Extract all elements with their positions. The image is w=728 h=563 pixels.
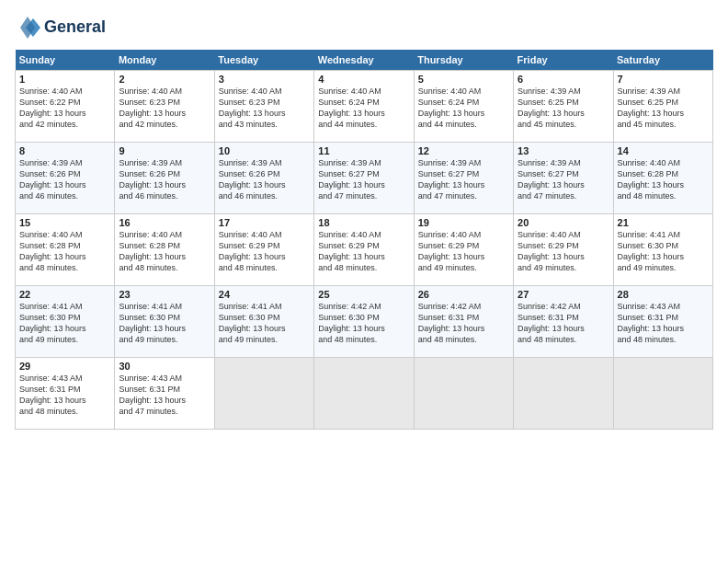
day-number: 9 <box>119 145 210 156</box>
logo-text: General <box>44 18 106 37</box>
calendar-cell: 16Sunrise: 4:40 AMSunset: 6:28 PMDayligh… <box>115 214 214 286</box>
day-info: Sunrise: 4:40 AMSunset: 6:23 PMDaylight:… <box>119 86 210 131</box>
day-info: Sunrise: 4:40 AMSunset: 6:24 PMDaylight:… <box>318 86 409 131</box>
day-number: 28 <box>618 289 709 300</box>
weekday-header-monday: Monday <box>115 50 214 71</box>
day-info: Sunrise: 4:41 AMSunset: 6:30 PMDaylight:… <box>19 301 110 346</box>
calendar-cell: 4Sunrise: 4:40 AMSunset: 6:24 PMDaylight… <box>314 71 414 143</box>
day-number: 6 <box>518 74 609 85</box>
weekday-header-thursday: Thursday <box>414 50 513 71</box>
calendar-cell: 25Sunrise: 4:42 AMSunset: 6:30 PMDayligh… <box>314 286 414 358</box>
day-info: Sunrise: 4:41 AMSunset: 6:30 PMDaylight:… <box>219 301 310 346</box>
day-number: 4 <box>318 74 409 85</box>
day-info: Sunrise: 4:43 AMSunset: 6:31 PMDaylight:… <box>119 373 210 418</box>
calendar-week-1: 1Sunrise: 4:40 AMSunset: 6:22 PMDaylight… <box>16 71 713 143</box>
calendar-table: SundayMondayTuesdayWednesdayThursdayFrid… <box>15 50 713 430</box>
calendar-cell: 3Sunrise: 4:40 AMSunset: 6:23 PMDaylight… <box>214 71 313 143</box>
calendar-cell: 7Sunrise: 4:39 AMSunset: 6:25 PMDaylight… <box>613 71 712 143</box>
day-number: 5 <box>418 74 509 85</box>
day-info: Sunrise: 4:40 AMSunset: 6:28 PMDaylight:… <box>119 229 210 274</box>
calendar-cell <box>514 358 613 430</box>
day-info: Sunrise: 4:42 AMSunset: 6:31 PMDaylight:… <box>518 301 609 346</box>
calendar-cell: 13Sunrise: 4:39 AMSunset: 6:27 PMDayligh… <box>514 143 613 214</box>
day-number: 2 <box>119 74 210 85</box>
weekday-header-sunday: Sunday <box>16 50 115 71</box>
calendar-cell: 30Sunrise: 4:43 AMSunset: 6:31 PMDayligh… <box>115 358 214 430</box>
day-info: Sunrise: 4:39 AMSunset: 6:25 PMDaylight:… <box>618 86 709 131</box>
day-number: 26 <box>418 289 509 300</box>
day-number: 16 <box>119 217 210 228</box>
calendar-cell: 27Sunrise: 4:42 AMSunset: 6:31 PMDayligh… <box>514 286 613 358</box>
calendar-cell: 20Sunrise: 4:40 AMSunset: 6:29 PMDayligh… <box>514 214 613 286</box>
calendar-cell: 26Sunrise: 4:42 AMSunset: 6:31 PMDayligh… <box>414 286 513 358</box>
day-number: 25 <box>318 289 409 300</box>
day-info: Sunrise: 4:39 AMSunset: 6:26 PMDaylight:… <box>119 157 210 202</box>
day-number: 22 <box>19 289 110 300</box>
calendar-cell <box>314 358 414 430</box>
day-info: Sunrise: 4:40 AMSunset: 6:28 PMDaylight:… <box>618 157 709 202</box>
day-info: Sunrise: 4:40 AMSunset: 6:28 PMDaylight:… <box>19 229 110 274</box>
day-info: Sunrise: 4:39 AMSunset: 6:27 PMDaylight:… <box>318 157 409 202</box>
day-number: 21 <box>618 217 709 228</box>
calendar-cell: 5Sunrise: 4:40 AMSunset: 6:24 PMDaylight… <box>414 71 513 143</box>
day-number: 27 <box>518 289 609 300</box>
calendar-week-2: 8Sunrise: 4:39 AMSunset: 6:26 PMDaylight… <box>16 143 713 214</box>
logo-icon <box>15 15 40 40</box>
weekday-header-saturday: Saturday <box>613 50 712 71</box>
day-number: 12 <box>418 145 509 156</box>
day-number: 20 <box>518 217 609 228</box>
day-info: Sunrise: 4:42 AMSunset: 6:30 PMDaylight:… <box>318 301 409 346</box>
calendar-cell: 22Sunrise: 4:41 AMSunset: 6:30 PMDayligh… <box>16 286 115 358</box>
day-info: Sunrise: 4:41 AMSunset: 6:30 PMDaylight:… <box>618 229 709 274</box>
calendar-cell: 10Sunrise: 4:39 AMSunset: 6:26 PMDayligh… <box>214 143 313 214</box>
day-number: 30 <box>119 361 210 372</box>
day-info: Sunrise: 4:40 AMSunset: 6:29 PMDaylight:… <box>518 229 609 274</box>
day-info: Sunrise: 4:42 AMSunset: 6:31 PMDaylight:… <box>418 301 509 346</box>
day-number: 1 <box>19 74 110 85</box>
calendar-cell <box>414 358 513 430</box>
day-info: Sunrise: 4:39 AMSunset: 6:26 PMDaylight:… <box>219 157 310 202</box>
calendar-week-5: 29Sunrise: 4:43 AMSunset: 6:31 PMDayligh… <box>16 358 713 430</box>
day-number: 18 <box>318 217 409 228</box>
calendar-cell: 11Sunrise: 4:39 AMSunset: 6:27 PMDayligh… <box>314 143 414 214</box>
weekday-header-wednesday: Wednesday <box>314 50 414 71</box>
logo: General <box>15 15 106 40</box>
calendar-cell: 19Sunrise: 4:40 AMSunset: 6:29 PMDayligh… <box>414 214 513 286</box>
day-info: Sunrise: 4:40 AMSunset: 6:22 PMDaylight:… <box>19 86 110 131</box>
calendar-cell: 12Sunrise: 4:39 AMSunset: 6:27 PMDayligh… <box>414 143 513 214</box>
day-info: Sunrise: 4:39 AMSunset: 6:25 PMDaylight:… <box>518 86 609 131</box>
calendar-cell: 29Sunrise: 4:43 AMSunset: 6:31 PMDayligh… <box>16 358 115 430</box>
calendar-cell <box>613 358 712 430</box>
day-number: 13 <box>518 145 609 156</box>
day-number: 19 <box>418 217 509 228</box>
calendar-cell: 8Sunrise: 4:39 AMSunset: 6:26 PMDaylight… <box>16 143 115 214</box>
day-info: Sunrise: 4:40 AMSunset: 6:29 PMDaylight:… <box>418 229 509 274</box>
day-info: Sunrise: 4:39 AMSunset: 6:26 PMDaylight:… <box>19 157 110 202</box>
day-number: 23 <box>119 289 210 300</box>
calendar-week-4: 22Sunrise: 4:41 AMSunset: 6:30 PMDayligh… <box>16 286 713 358</box>
day-info: Sunrise: 4:39 AMSunset: 6:27 PMDaylight:… <box>418 157 509 202</box>
day-info: Sunrise: 4:43 AMSunset: 6:31 PMDaylight:… <box>19 373 110 418</box>
day-number: 29 <box>19 361 110 372</box>
page: General SundayMondayTuesdayWednesdayThur… <box>0 0 728 563</box>
calendar-cell: 6Sunrise: 4:39 AMSunset: 6:25 PMDaylight… <box>514 71 613 143</box>
day-number: 8 <box>19 145 110 156</box>
header: General <box>15 15 713 40</box>
day-info: Sunrise: 4:43 AMSunset: 6:31 PMDaylight:… <box>618 301 709 346</box>
calendar-cell: 24Sunrise: 4:41 AMSunset: 6:30 PMDayligh… <box>214 286 313 358</box>
calendar-cell: 1Sunrise: 4:40 AMSunset: 6:22 PMDaylight… <box>16 71 115 143</box>
day-number: 7 <box>618 74 709 85</box>
calendar-cell: 2Sunrise: 4:40 AMSunset: 6:23 PMDaylight… <box>115 71 214 143</box>
day-info: Sunrise: 4:41 AMSunset: 6:30 PMDaylight:… <box>119 301 210 346</box>
day-number: 14 <box>618 145 709 156</box>
day-number: 15 <box>19 217 110 228</box>
day-info: Sunrise: 4:39 AMSunset: 6:27 PMDaylight:… <box>518 157 609 202</box>
weekday-header-friday: Friday <box>514 50 613 71</box>
day-number: 11 <box>318 145 409 156</box>
day-number: 24 <box>219 289 310 300</box>
weekday-header-tuesday: Tuesday <box>214 50 313 71</box>
calendar-cell: 14Sunrise: 4:40 AMSunset: 6:28 PMDayligh… <box>613 143 712 214</box>
day-info: Sunrise: 4:40 AMSunset: 6:29 PMDaylight:… <box>219 229 310 274</box>
calendar-cell: 15Sunrise: 4:40 AMSunset: 6:28 PMDayligh… <box>16 214 115 286</box>
calendar-cell: 23Sunrise: 4:41 AMSunset: 6:30 PMDayligh… <box>115 286 214 358</box>
